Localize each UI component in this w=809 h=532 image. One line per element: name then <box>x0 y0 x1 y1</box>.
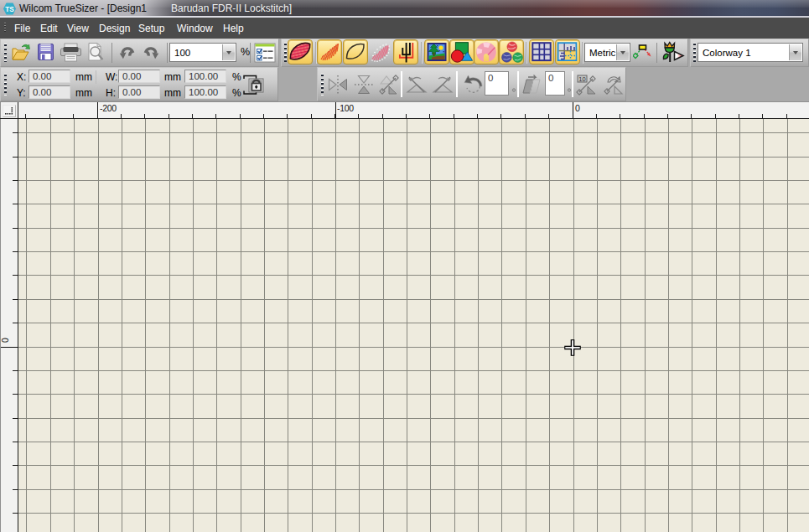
svg-text:TS: TS <box>5 6 14 13</box>
svg-text:10: 10 <box>578 75 585 83</box>
